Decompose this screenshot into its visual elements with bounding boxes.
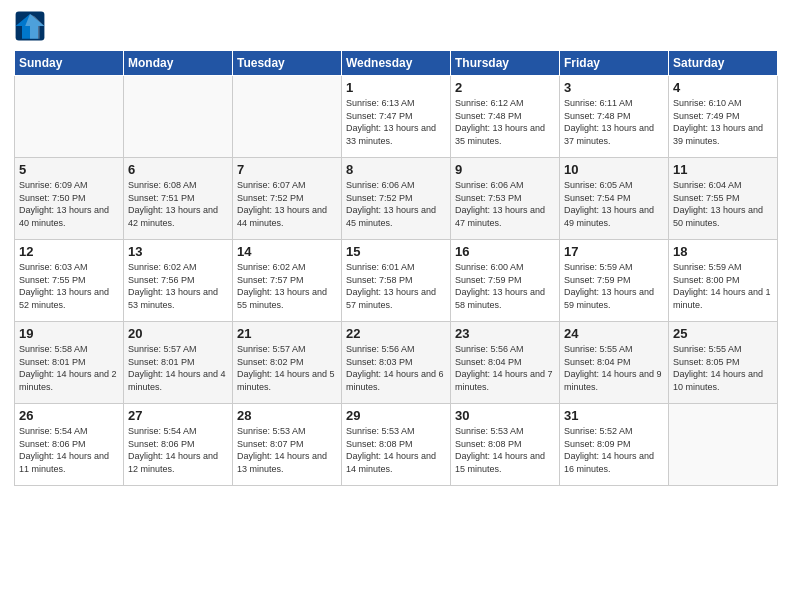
day-cell: 6Sunrise: 6:08 AM Sunset: 7:51 PM Daylig… [124,158,233,240]
day-cell: 30Sunrise: 5:53 AM Sunset: 8:08 PM Dayli… [451,404,560,486]
day-cell: 13Sunrise: 6:02 AM Sunset: 7:56 PM Dayli… [124,240,233,322]
day-cell: 28Sunrise: 5:53 AM Sunset: 8:07 PM Dayli… [233,404,342,486]
day-number: 16 [455,244,555,259]
week-row-1: 1Sunrise: 6:13 AM Sunset: 7:47 PM Daylig… [15,76,778,158]
day-number: 3 [564,80,664,95]
day-info: Sunrise: 6:11 AM Sunset: 7:48 PM Dayligh… [564,97,664,147]
day-cell: 2Sunrise: 6:12 AM Sunset: 7:48 PM Daylig… [451,76,560,158]
day-info: Sunrise: 5:54 AM Sunset: 8:06 PM Dayligh… [19,425,119,475]
day-info: Sunrise: 6:04 AM Sunset: 7:55 PM Dayligh… [673,179,773,229]
day-cell: 4Sunrise: 6:10 AM Sunset: 7:49 PM Daylig… [669,76,778,158]
day-number: 20 [128,326,228,341]
header [14,10,778,42]
day-cell [669,404,778,486]
day-number: 6 [128,162,228,177]
day-cell: 31Sunrise: 5:52 AM Sunset: 8:09 PM Dayli… [560,404,669,486]
day-number: 12 [19,244,119,259]
day-cell: 29Sunrise: 5:53 AM Sunset: 8:08 PM Dayli… [342,404,451,486]
day-cell: 1Sunrise: 6:13 AM Sunset: 7:47 PM Daylig… [342,76,451,158]
day-number: 26 [19,408,119,423]
day-info: Sunrise: 5:56 AM Sunset: 8:04 PM Dayligh… [455,343,555,393]
day-cell [124,76,233,158]
day-info: Sunrise: 6:09 AM Sunset: 7:50 PM Dayligh… [19,179,119,229]
day-number: 18 [673,244,773,259]
day-info: Sunrise: 5:53 AM Sunset: 8:08 PM Dayligh… [455,425,555,475]
col-header-wednesday: Wednesday [342,51,451,76]
page-container: SundayMondayTuesdayWednesdayThursdayFrid… [0,0,792,496]
day-cell: 3Sunrise: 6:11 AM Sunset: 7:48 PM Daylig… [560,76,669,158]
day-info: Sunrise: 5:53 AM Sunset: 8:08 PM Dayligh… [346,425,446,475]
col-header-thursday: Thursday [451,51,560,76]
day-info: Sunrise: 5:58 AM Sunset: 8:01 PM Dayligh… [19,343,119,393]
day-info: Sunrise: 6:12 AM Sunset: 7:48 PM Dayligh… [455,97,555,147]
day-cell: 14Sunrise: 6:02 AM Sunset: 7:57 PM Dayli… [233,240,342,322]
day-cell [233,76,342,158]
day-info: Sunrise: 5:57 AM Sunset: 8:01 PM Dayligh… [128,343,228,393]
day-info: Sunrise: 6:03 AM Sunset: 7:55 PM Dayligh… [19,261,119,311]
day-number: 22 [346,326,446,341]
day-info: Sunrise: 6:08 AM Sunset: 7:51 PM Dayligh… [128,179,228,229]
day-number: 4 [673,80,773,95]
day-info: Sunrise: 6:07 AM Sunset: 7:52 PM Dayligh… [237,179,337,229]
day-number: 5 [19,162,119,177]
day-number: 8 [346,162,446,177]
day-info: Sunrise: 6:06 AM Sunset: 7:52 PM Dayligh… [346,179,446,229]
day-info: Sunrise: 5:55 AM Sunset: 8:05 PM Dayligh… [673,343,773,393]
day-info: Sunrise: 6:00 AM Sunset: 7:59 PM Dayligh… [455,261,555,311]
day-number: 21 [237,326,337,341]
day-info: Sunrise: 6:02 AM Sunset: 7:56 PM Dayligh… [128,261,228,311]
week-row-3: 12Sunrise: 6:03 AM Sunset: 7:55 PM Dayli… [15,240,778,322]
week-row-4: 19Sunrise: 5:58 AM Sunset: 8:01 PM Dayli… [15,322,778,404]
day-info: Sunrise: 6:10 AM Sunset: 7:49 PM Dayligh… [673,97,773,147]
day-cell [15,76,124,158]
day-cell: 25Sunrise: 5:55 AM Sunset: 8:05 PM Dayli… [669,322,778,404]
week-row-2: 5Sunrise: 6:09 AM Sunset: 7:50 PM Daylig… [15,158,778,240]
day-number: 11 [673,162,773,177]
day-cell: 12Sunrise: 6:03 AM Sunset: 7:55 PM Dayli… [15,240,124,322]
day-info: Sunrise: 5:56 AM Sunset: 8:03 PM Dayligh… [346,343,446,393]
day-number: 31 [564,408,664,423]
day-cell: 11Sunrise: 6:04 AM Sunset: 7:55 PM Dayli… [669,158,778,240]
day-info: Sunrise: 5:53 AM Sunset: 8:07 PM Dayligh… [237,425,337,475]
day-number: 7 [237,162,337,177]
day-cell: 21Sunrise: 5:57 AM Sunset: 8:02 PM Dayli… [233,322,342,404]
day-cell: 18Sunrise: 5:59 AM Sunset: 8:00 PM Dayli… [669,240,778,322]
day-number: 15 [346,244,446,259]
day-cell: 7Sunrise: 6:07 AM Sunset: 7:52 PM Daylig… [233,158,342,240]
day-number: 19 [19,326,119,341]
col-header-saturday: Saturday [669,51,778,76]
day-cell: 17Sunrise: 5:59 AM Sunset: 7:59 PM Dayli… [560,240,669,322]
day-number: 10 [564,162,664,177]
day-info: Sunrise: 6:02 AM Sunset: 7:57 PM Dayligh… [237,261,337,311]
day-cell: 15Sunrise: 6:01 AM Sunset: 7:58 PM Dayli… [342,240,451,322]
day-number: 28 [237,408,337,423]
day-number: 27 [128,408,228,423]
day-info: Sunrise: 5:57 AM Sunset: 8:02 PM Dayligh… [237,343,337,393]
day-number: 2 [455,80,555,95]
col-header-friday: Friday [560,51,669,76]
day-cell: 8Sunrise: 6:06 AM Sunset: 7:52 PM Daylig… [342,158,451,240]
day-cell: 5Sunrise: 6:09 AM Sunset: 7:50 PM Daylig… [15,158,124,240]
day-number: 1 [346,80,446,95]
day-number: 23 [455,326,555,341]
day-number: 9 [455,162,555,177]
day-info: Sunrise: 6:06 AM Sunset: 7:53 PM Dayligh… [455,179,555,229]
day-cell: 16Sunrise: 6:00 AM Sunset: 7:59 PM Dayli… [451,240,560,322]
day-number: 24 [564,326,664,341]
day-cell: 24Sunrise: 5:55 AM Sunset: 8:04 PM Dayli… [560,322,669,404]
day-cell: 23Sunrise: 5:56 AM Sunset: 8:04 PM Dayli… [451,322,560,404]
day-cell: 19Sunrise: 5:58 AM Sunset: 8:01 PM Dayli… [15,322,124,404]
col-header-tuesday: Tuesday [233,51,342,76]
calendar-table: SundayMondayTuesdayWednesdayThursdayFrid… [14,50,778,486]
logo-icon [14,10,46,42]
day-info: Sunrise: 6:01 AM Sunset: 7:58 PM Dayligh… [346,261,446,311]
day-number: 25 [673,326,773,341]
week-row-5: 26Sunrise: 5:54 AM Sunset: 8:06 PM Dayli… [15,404,778,486]
header-row: SundayMondayTuesdayWednesdayThursdayFrid… [15,51,778,76]
day-cell: 10Sunrise: 6:05 AM Sunset: 7:54 PM Dayli… [560,158,669,240]
day-cell: 9Sunrise: 6:06 AM Sunset: 7:53 PM Daylig… [451,158,560,240]
day-info: Sunrise: 5:55 AM Sunset: 8:04 PM Dayligh… [564,343,664,393]
day-info: Sunrise: 5:52 AM Sunset: 8:09 PM Dayligh… [564,425,664,475]
day-info: Sunrise: 6:13 AM Sunset: 7:47 PM Dayligh… [346,97,446,147]
day-cell: 20Sunrise: 5:57 AM Sunset: 8:01 PM Dayli… [124,322,233,404]
